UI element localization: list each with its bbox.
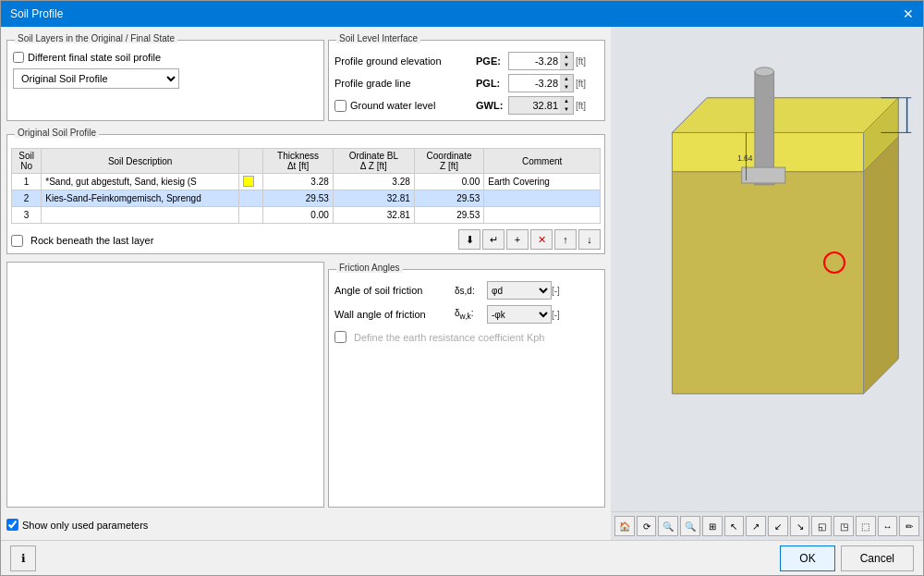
main-content: Soil Layers in the Original / Final Stat… [1, 27, 923, 540]
gwl-code: GWL: [476, 100, 508, 111]
table-row[interactable]: 2 Kies-Sand-Feinkomgemisch, Sprengd 29.5… [12, 190, 601, 207]
row3-comment [484, 207, 601, 224]
view-btn-11[interactable]: ↔ [878, 516, 898, 536]
row2-desc: Kies-Sand-Feinkomgemisch, Sprengd [42, 190, 239, 207]
original-soil-title: Original Soil Profile [15, 128, 99, 138]
friction-title: Friction Angles [336, 263, 403, 273]
pge-label: Profile ground elevation [334, 55, 476, 67]
friction-angle-dropdown[interactable]: φd [487, 281, 552, 300]
import-btn[interactable]: ⬇ [458, 229, 480, 250]
gwl-down-btn[interactable]: ▼ [560, 105, 573, 114]
row1-ordinate: 3.28 [333, 174, 414, 190]
ok-button[interactable]: OK [780, 545, 834, 571]
pge-spinners: ▲ ▼ [560, 53, 573, 69]
kph-label: Define the earth resistance coefficient … [354, 332, 544, 343]
footer: ℹ OK Cancel [1, 540, 923, 575]
gwl-row: Ground water level GWL: 32.81 ▲ ▼ [ft] [334, 96, 599, 115]
gwl-up-btn[interactable]: ▲ [560, 97, 573, 105]
show-params-checkbox[interactable] [6, 519, 18, 531]
view-btn-2[interactable]: ⟳ [637, 516, 657, 536]
friction-angle-unit: [-] [552, 286, 570, 296]
pge-code: PGE: [476, 55, 508, 67]
soil-table-body: 1 *Sand, gut abgestuft, Sand, kiesig (S … [12, 174, 601, 224]
info-button[interactable]: ℹ [10, 545, 36, 571]
pge-input-group: -3.28 ▲ ▼ [508, 52, 574, 70]
row1-comment: Earth Covering [484, 174, 601, 190]
kph-row: Define the earth resistance coefficient … [334, 331, 599, 343]
wall-friction-unit: [-] [552, 310, 570, 320]
row2-color [239, 190, 263, 207]
table-row[interactable]: 3 0.00 32.81 29.53 [12, 207, 601, 224]
svg-text:1.64: 1.64 [737, 153, 753, 163]
pgl-label: Profile grade line [334, 78, 476, 89]
pgl-input[interactable]: -3.28 [509, 75, 560, 92]
view-btn-6[interactable]: ↙ [768, 516, 788, 536]
insert-btn[interactable]: ↵ [482, 229, 505, 250]
window-title: Soil Profile [10, 7, 63, 20]
row1-color [239, 174, 263, 190]
row1-no: 1 [12, 174, 42, 190]
rock-label: Rock beneath the last layer [30, 235, 153, 246]
friction-angle-code: δs,d: [455, 286, 487, 296]
pgl-up-btn[interactable]: ▲ [560, 75, 573, 83]
title-bar: Soil Profile ✕ [1, 1, 923, 27]
view-btn-10[interactable]: ⬚ [856, 516, 876, 536]
footer-left: ℹ [10, 545, 36, 571]
header-description: Soil Description [42, 149, 239, 174]
pge-down-btn[interactable]: ▼ [560, 61, 573, 69]
view-btn-zoom-out[interactable]: 🔍 [680, 516, 700, 536]
view-btn-zoom-in[interactable]: 🔍 [658, 516, 678, 536]
view-btn-3[interactable]: ⊞ [702, 516, 723, 536]
gwl-checkbox[interactable] [334, 100, 346, 112]
rock-checkbox[interactable] [11, 235, 23, 247]
pge-up-btn[interactable]: ▲ [560, 53, 573, 61]
pgl-down-btn[interactable]: ▼ [560, 83, 573, 92]
row3-thick: 0.00 [263, 207, 333, 224]
view-btn-9[interactable]: ◳ [833, 516, 854, 536]
view-btn-8[interactable]: ◱ [811, 516, 832, 536]
pge-unit: [ft] [576, 56, 599, 67]
svg-marker-7 [672, 172, 863, 394]
header-ordinate: Ordinate BLΔ Z [ft] [333, 149, 414, 174]
different-final-checkbox[interactable] [13, 52, 24, 63]
footer-right: OK Cancel [780, 545, 914, 571]
move-up-btn[interactable]: ↑ [554, 229, 577, 250]
soil-profile-dropdown[interactable]: Original Soil Profile [13, 68, 179, 89]
row3-color [239, 207, 263, 224]
gwl-label: Ground water level [350, 100, 476, 111]
gwl-input-group: 32.81 ▲ ▼ [508, 96, 574, 115]
gwl-input[interactable]: 32.81 [509, 97, 560, 114]
soil-profile-dropdown-row: Original Soil Profile [13, 68, 318, 89]
wall-friction-dropdown[interactable]: -φk [487, 305, 552, 324]
view-btn-12[interactable]: ✏ [899, 516, 919, 536]
view-btn-5[interactable]: ↗ [746, 516, 766, 536]
chart-area [6, 262, 324, 508]
table-toolbar: ⬇ ↵ + ✕ ↑ ↓ [458, 229, 601, 250]
view-btn-7[interactable]: ↘ [790, 516, 810, 536]
top-row: Soil Layers in the Original / Final Stat… [6, 32, 605, 121]
add-btn[interactable]: + [506, 229, 529, 250]
header-coordinate: CoordinateZ [ft] [414, 149, 483, 174]
row2-thick: 29.53 [263, 190, 333, 207]
view-btn-1[interactable]: 🏠 [614, 516, 635, 536]
move-down-btn[interactable]: ↓ [578, 229, 601, 250]
close-button[interactable]: ✕ [903, 6, 914, 21]
original-soil-group: Original Soil Profile SoilNo Soil Descri… [6, 134, 605, 254]
delete-btn[interactable]: ✕ [530, 229, 553, 250]
cursor-indicator [823, 251, 845, 274]
friction-angle-label: Angle of soil friction [334, 285, 455, 296]
cancel-button[interactable]: Cancel [841, 545, 914, 571]
header-thickness: ThicknessΔt [ft] [263, 149, 333, 174]
friction-angle-row: Angle of soil friction δs,d: φd [-] [334, 281, 599, 300]
pgl-row: Profile grade line PGL: -3.28 ▲ ▼ [ft] [334, 74, 599, 92]
different-final-row: Different final state soil profile [13, 52, 318, 63]
svg-marker-6 [672, 98, 898, 133]
kph-checkbox[interactable] [334, 331, 346, 343]
table-row[interactable]: 1 *Sand, gut abgestuft, Sand, kiesig (S … [12, 174, 601, 190]
row3-no: 3 [12, 207, 42, 224]
row1-thick: 3.28 [263, 174, 333, 190]
view-btn-4[interactable]: ↖ [724, 516, 745, 536]
soil-level-group: Soil Level Interface Profile ground elev… [328, 40, 605, 121]
soil-profile-window: Soil Profile ✕ Soil Layers in the Origin… [0, 0, 924, 576]
pge-input[interactable]: -3.28 [509, 53, 560, 69]
